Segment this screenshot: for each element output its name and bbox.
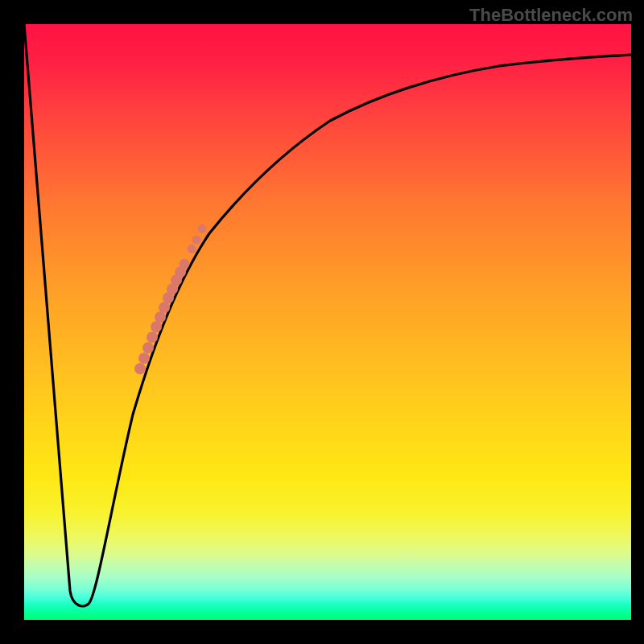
- dot: [138, 353, 150, 364]
- dot: [192, 236, 201, 245]
- dot: [180, 259, 190, 270]
- dot: [155, 312, 166, 323]
- chart-svg: [24, 24, 631, 620]
- bottleneck-curve-path: [24, 24, 631, 606]
- highlight-dots-group: [134, 225, 207, 375]
- plot-area: [24, 24, 631, 620]
- dot: [151, 321, 162, 332]
- dot: [188, 245, 196, 254]
- dot: [134, 363, 146, 374]
- dot: [159, 302, 170, 313]
- dot: [142, 342, 154, 353]
- dot: [198, 225, 207, 233]
- watermark-text: TheBottleneck.com: [469, 5, 633, 26]
- dot: [147, 332, 158, 343]
